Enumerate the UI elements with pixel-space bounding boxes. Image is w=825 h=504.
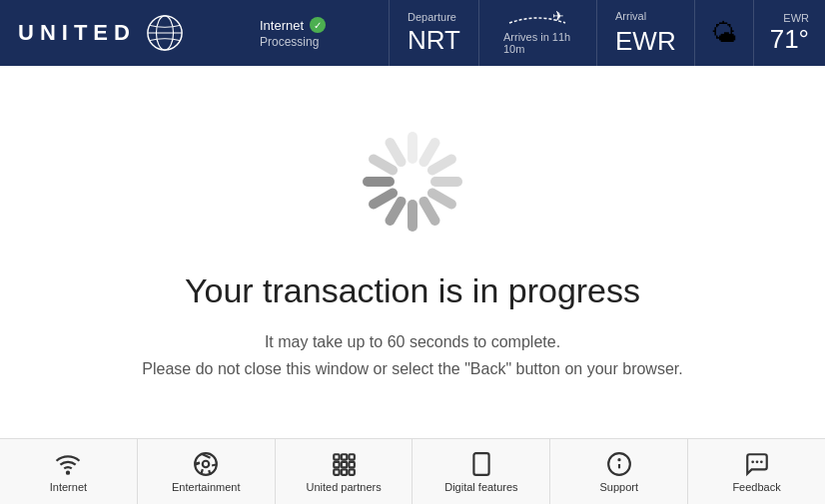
svg-line-10 [212,464,216,465]
svg-rect-20 [342,469,347,474]
svg-rect-15 [349,454,354,459]
app-header: UNITED Internet ✓ Processing Departure N… [0,0,825,66]
wifi-icon [55,451,81,477]
processing-label: Processing [260,35,369,49]
logo-section: UNITED [0,0,240,66]
nav-item-internet[interactable]: Internet [0,439,138,504]
svg-rect-17 [342,461,347,466]
weather-section: 🌤 [695,0,754,66]
grid-icon [331,451,357,477]
svg-text:✈: ✈ [552,11,564,24]
transaction-subtitle: It may take up to 60 seconds to complete… [142,328,682,382]
nav-item-entertainment[interactable]: Entertainment [138,439,276,504]
svg-point-6 [203,460,210,467]
svg-rect-19 [334,469,339,474]
svg-line-11 [202,469,203,474]
chat-icon [744,451,770,477]
flight-plane-line: ✈ [507,11,567,29]
departure-airport: NRT [408,25,460,56]
spinner-bar-1 [408,132,417,164]
nav-label-entertainment: Entertainment [172,481,240,493]
ewr-label: EWR [770,12,809,24]
nav-item-digital-features[interactable]: Digital features [412,439,550,504]
united-globe-icon [146,14,184,52]
svg-rect-18 [349,461,354,466]
nav-item-support[interactable]: Support [550,439,688,504]
spinner-bar-10 [363,177,395,187]
svg-point-4 [67,471,69,473]
tablet-icon [468,451,494,477]
spinner-bar-4 [430,177,462,187]
svg-rect-13 [334,454,339,459]
departure-label: Departure [408,11,460,23]
nav-item-feedback[interactable]: Feedback [688,439,825,504]
flight-duration: Arrives in 11h 10m [503,31,572,55]
svg-rect-22 [473,453,488,475]
svg-rect-21 [349,469,354,474]
svg-rect-14 [342,454,347,459]
temperature-value: 71° [770,24,809,55]
nav-label-internet: Internet [50,481,87,493]
departure-section: Departure NRT [390,0,479,66]
arrival-section: Arrival EWR [597,0,695,66]
svg-rect-16 [334,461,339,466]
loading-spinner [353,122,472,242]
internet-label: Internet [260,18,304,33]
nav-label-united-partners: United partners [306,481,381,493]
subtitle-line-1: It may take up to 60 seconds to complete… [265,333,560,350]
nav-label-support: Support [599,481,638,493]
flight-path-icon: ✈ [507,11,567,29]
svg-line-9 [209,470,210,475]
bottom-nav: Internet Entertainment United par [0,438,825,504]
internet-status-top: Internet ✓ [260,17,369,33]
temperature-section: EWR 71° [754,0,825,66]
transaction-title: Your transaction is in progress [185,271,640,310]
film-icon [193,451,219,477]
flight-path-section: ✈ Arrives in 11h 10m [479,0,597,66]
nav-label-digital-features: Digital features [444,481,517,493]
internet-status-section: Internet ✓ Processing [240,0,390,66]
arrival-airport: EWR [615,26,676,57]
check-icon: ✓ [310,17,326,33]
info-icon [606,451,632,477]
subtitle-line-2: Please do not close this window or selec… [142,360,682,377]
weather-icon: 🌤 [711,18,737,49]
nav-item-united-partners[interactable]: United partners [276,439,413,504]
nav-label-feedback: Feedback [732,481,780,493]
flight-middle: ✈ Arrives in 11h 10m [503,11,572,55]
main-content: Your transaction is in progress It may t… [0,66,825,438]
svg-line-12 [196,462,200,463]
spinner-bar-7 [408,200,417,232]
logo-text: UNITED [18,20,136,46]
arrival-label: Arrival [615,10,676,22]
